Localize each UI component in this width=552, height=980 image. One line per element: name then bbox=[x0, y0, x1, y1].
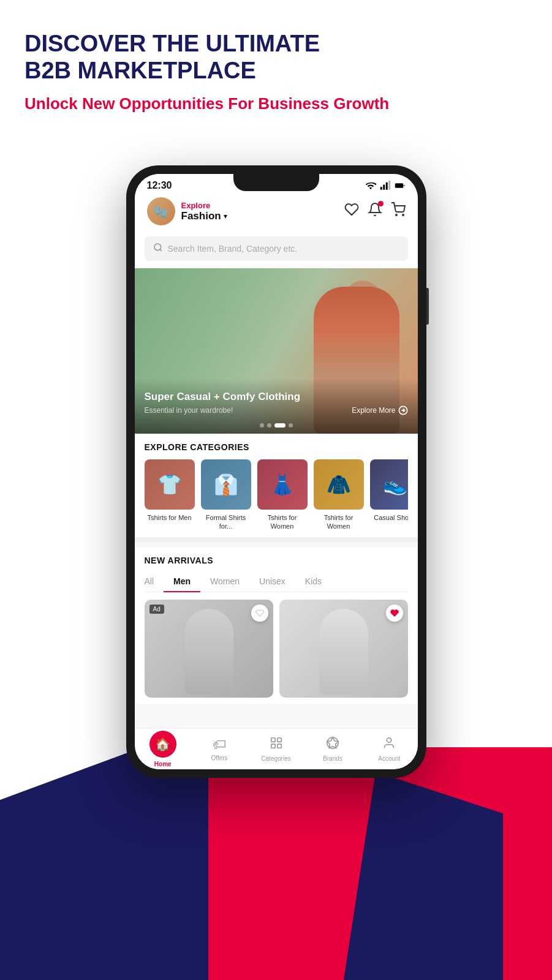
category-item-3[interactable]: 👗 Tshirts for Women bbox=[257, 459, 308, 531]
phone-screen: 12:30 🧤 Explore Fashion ▾ bbox=[135, 174, 418, 769]
category-item-5[interactable]: 👟 Casual Shoes bbox=[370, 459, 408, 531]
product-card-1[interactable]: Ad bbox=[145, 600, 273, 698]
hero-dots bbox=[260, 423, 293, 428]
hero-title: Super Casual + Comfy Clothing bbox=[145, 391, 408, 403]
category-img-men: 👕 bbox=[145, 459, 195, 510]
categories-icon bbox=[270, 736, 283, 753]
cart-icon[interactable] bbox=[391, 202, 406, 221]
product-card-2[interactable] bbox=[279, 600, 408, 698]
search-container: Search Item, Brand, Category etc. bbox=[135, 232, 418, 268]
category-img-formal: 👔 bbox=[201, 459, 251, 510]
status-icons bbox=[365, 180, 406, 191]
hero-banner[interactable]: Super Casual + Comfy Clothing Essential … bbox=[135, 268, 418, 434]
ad-badge: Ad bbox=[149, 605, 164, 614]
nav-home-bg: 🏠 bbox=[149, 731, 176, 758]
svg-rect-3 bbox=[388, 181, 390, 190]
product-grid: Ad bbox=[145, 600, 408, 698]
tab-kids[interactable]: Kids bbox=[295, 573, 331, 592]
explore-more-btn[interactable]: Explore More bbox=[352, 405, 407, 415]
home-icon: 🏠 bbox=[155, 737, 170, 752]
new-arrivals-title: NEW ARRIVALS bbox=[145, 556, 408, 565]
category-text: Fashion bbox=[181, 210, 221, 222]
account-icon bbox=[382, 736, 396, 753]
notification-dot bbox=[378, 201, 384, 206]
categories-section: EXPLORE CATEGORIES 👕 Tshirts for Men 👔 F… bbox=[135, 434, 418, 537]
wishlist-btn-1[interactable] bbox=[251, 605, 268, 622]
product-person-2 bbox=[319, 609, 368, 695]
nav-label-brands: Brands bbox=[323, 755, 342, 762]
phone-wrapper: 12:30 🧤 Explore Fashion ▾ bbox=[126, 165, 426, 937]
search-bar[interactable]: Search Item, Brand, Category etc. bbox=[145, 236, 408, 261]
category-img-women-tshirt2: 🧥 bbox=[314, 459, 364, 510]
svg-rect-14 bbox=[271, 744, 274, 747]
hero-subtitle-row: Essential in your wardrobe! Explore More bbox=[145, 405, 408, 415]
phone-outer: 12:30 🧤 Explore Fashion ▾ bbox=[126, 165, 426, 778]
categories-title: EXPLORE CATEGORIES bbox=[145, 442, 408, 452]
tab-all[interactable]: All bbox=[145, 573, 164, 592]
product-person-1 bbox=[184, 609, 233, 695]
category-item-4[interactable]: 🧥 Tshirts for Women bbox=[314, 459, 364, 531]
svg-rect-1 bbox=[383, 185, 385, 190]
arrivals-tabs: All Men Women Unisex Kids bbox=[145, 573, 408, 592]
explore-label: Explore bbox=[181, 201, 227, 210]
svg-rect-15 bbox=[277, 744, 281, 747]
dot-4[interactable] bbox=[289, 423, 293, 428]
location-info: Explore Fashion ▾ bbox=[181, 201, 227, 222]
svg-rect-0 bbox=[380, 187, 382, 190]
status-time: 12:30 bbox=[147, 180, 172, 191]
nav-item-categories[interactable]: Categories bbox=[248, 728, 304, 769]
header-left: 🧤 Explore Fashion ▾ bbox=[147, 197, 227, 225]
svg-line-9 bbox=[160, 249, 162, 251]
svg-point-8 bbox=[154, 244, 161, 251]
header-right bbox=[344, 202, 406, 221]
category-label-2: Formal Shirts for... bbox=[201, 513, 251, 531]
wishlist-btn-2[interactable] bbox=[386, 605, 403, 622]
nav-label-home: Home bbox=[154, 761, 172, 767]
nav-label-categories: Categories bbox=[261, 755, 290, 762]
wifi-icon bbox=[365, 180, 376, 191]
category-item-1[interactable]: 👕 Tshirts for Men bbox=[145, 459, 195, 531]
category-label-1: Tshirts for Men bbox=[145, 513, 195, 522]
separator bbox=[135, 537, 418, 542]
dot-3-active[interactable] bbox=[274, 423, 285, 428]
subtitle: Unlock New Opportunities For Business Gr… bbox=[25, 94, 527, 115]
nav-item-brands[interactable]: Brands bbox=[304, 728, 361, 769]
dot-2[interactable] bbox=[267, 423, 271, 428]
svg-rect-2 bbox=[385, 183, 387, 190]
svg-point-7 bbox=[403, 214, 404, 216]
tab-unisex[interactable]: Unisex bbox=[249, 573, 295, 592]
dot-1[interactable] bbox=[260, 423, 264, 428]
category-label-4: Tshirts for Women bbox=[314, 513, 364, 531]
battery-icon bbox=[395, 180, 406, 191]
nav-item-account[interactable]: Account bbox=[361, 728, 417, 769]
hero-subtitle: Essential in your wardrobe! bbox=[145, 406, 233, 415]
svg-rect-5 bbox=[395, 184, 402, 187]
avatar[interactable]: 🧤 bbox=[147, 197, 175, 225]
nav-label-offers: Offers bbox=[211, 755, 228, 761]
category-label-3: Tshirts for Women bbox=[257, 513, 308, 531]
brands-icon bbox=[326, 736, 339, 753]
tab-men[interactable]: Men bbox=[164, 573, 200, 592]
svg-rect-12 bbox=[271, 737, 274, 741]
signal-icon bbox=[380, 180, 391, 191]
bottom-nav: 🏠 Home 🏷 Offers Categories bbox=[135, 728, 418, 769]
nav-item-offers[interactable]: 🏷 Offers bbox=[191, 728, 248, 769]
nav-item-home[interactable]: 🏠 Home bbox=[135, 728, 191, 769]
offers-icon: 🏷 bbox=[213, 737, 226, 753]
svg-point-18 bbox=[387, 737, 391, 742]
main-title: DISCOVER THE ULTIMATE B2B MARKETPLACE bbox=[25, 31, 527, 84]
phone-notch bbox=[233, 174, 319, 191]
category-label-5: Casual Shoes bbox=[370, 513, 408, 522]
chevron-down-icon[interactable]: ▾ bbox=[224, 212, 227, 221]
new-arrivals-section: NEW ARRIVALS All Men Women Unisex Kids A… bbox=[135, 547, 418, 704]
tab-women[interactable]: Women bbox=[200, 573, 249, 592]
category-img-women-tshirt: 👗 bbox=[257, 459, 308, 510]
wishlist-icon[interactable] bbox=[344, 202, 359, 221]
category-item-2[interactable]: 👔 Formal Shirts for... bbox=[201, 459, 251, 531]
nav-label-account: Account bbox=[378, 755, 400, 762]
phone-button bbox=[426, 288, 429, 325]
fashion-row[interactable]: Fashion ▾ bbox=[181, 210, 227, 222]
notification-icon[interactable] bbox=[368, 202, 382, 221]
svg-rect-13 bbox=[277, 737, 281, 741]
app-header: 🧤 Explore Fashion ▾ bbox=[135, 194, 418, 232]
